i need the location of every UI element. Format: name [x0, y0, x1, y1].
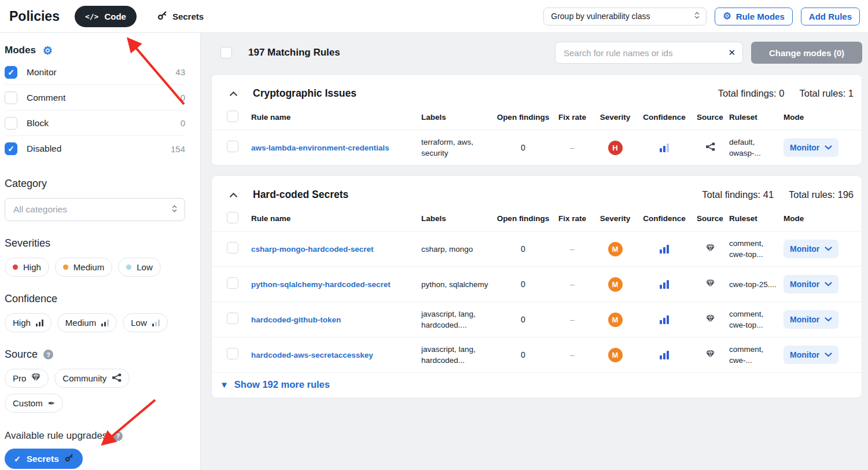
total-findings: Total findings: 0 — [718, 88, 785, 99]
rules-toolbar: 197 Matching Rules ✕ Change modes (0) — [211, 41, 862, 64]
tab-secrets[interactable]: Secrets — [154, 10, 207, 23]
total-findings: Total findings: 41 — [702, 189, 774, 200]
col-severity: Severity — [593, 113, 638, 122]
change-modes-button[interactable]: Change modes (0) — [751, 42, 862, 64]
secrets-upgrade-button[interactable]: ✓ Secrets — [5, 449, 83, 469]
row-checkbox[interactable] — [227, 348, 238, 359]
source-chip-pro[interactable]: Pro — [5, 369, 49, 388]
row-checkbox[interactable] — [227, 313, 238, 324]
rule-labels: javascript, lang, hardcoded... — [421, 344, 494, 366]
source-chip-community[interactable]: Community — [54, 369, 130, 388]
help-icon[interactable]: ? — [113, 431, 123, 441]
network-icon — [112, 373, 122, 384]
mode-dropdown[interactable]: Monitor — [784, 275, 838, 293]
block-checkbox[interactable]: ✓ — [5, 117, 17, 130]
rule-name-link[interactable]: aws-lambda-environment-credentials — [251, 144, 421, 152]
rule-search-box: ✕ — [555, 42, 743, 64]
rule-name-link[interactable]: csharp-mongo-hardcoded-secret — [251, 245, 421, 254]
source-chip-custom-label: Custom — [13, 398, 43, 408]
modes-gear-icon[interactable]: ⚙ — [43, 45, 53, 56]
ruleset-value: cwe-top-25.... — [729, 279, 784, 290]
group-header: Cryptographic Issues Total findings: 0 T… — [212, 75, 862, 104]
col-ruleset: Ruleset — [729, 113, 784, 122]
table-row: aws-lambda-environment-credentials terra… — [212, 130, 862, 165]
open-findings-value: 0 — [494, 244, 552, 254]
open-findings-value: 0 — [494, 315, 552, 324]
row-checkbox[interactable] — [227, 141, 238, 152]
table-row: hardcoded-aws-secretaccesskey javascript… — [212, 337, 862, 372]
severity-chip-medium[interactable]: Medium — [55, 258, 112, 277]
rule-name-link[interactable]: hardcoded-aws-secretaccesskey — [251, 351, 421, 359]
disabled-label: Disabled — [27, 144, 61, 154]
rule-modes-button[interactable]: ⚙ Rule Modes — [715, 8, 793, 25]
group-select-checkbox[interactable] — [227, 212, 238, 223]
mode-dropdown[interactable]: Monitor — [784, 346, 838, 364]
source-icon — [706, 279, 715, 289]
mode-filter-comment[interactable]: ✓ Comment 0 — [5, 85, 185, 111]
total-rules: Total rules: 196 — [789, 189, 854, 200]
mode-value: Monitor — [790, 350, 819, 359]
severity-badge: M — [608, 242, 623, 256]
mode-filter-block[interactable]: ✓ Block 0 — [5, 111, 185, 136]
rule-labels: python, sqlalchemy — [421, 279, 494, 290]
mode-filter-disabled[interactable]: ✓ Disabled 154 — [5, 136, 185, 161]
col-ruleset: Ruleset — [729, 214, 784, 223]
chevron-down-icon — [825, 145, 832, 150]
ruleset-value: comment, cwe-top... — [729, 238, 784, 260]
row-checkbox[interactable] — [227, 242, 238, 254]
category-section-title: Category — [5, 178, 185, 190]
mode-filter-monitor[interactable]: ✓ Monitor 43 — [5, 60, 185, 85]
confidence-chip-low[interactable]: Low — [123, 313, 168, 332]
mode-value: Monitor — [790, 244, 819, 254]
mode-dropdown[interactable]: Monitor — [784, 310, 838, 329]
add-rules-button[interactable]: Add Rules — [801, 8, 860, 25]
help-icon[interactable]: ? — [43, 350, 53, 359]
source-chip-custom[interactable]: Custom ✒ — [5, 394, 63, 413]
rule-name-link[interactable]: python-sqlalchemy-hardcoded-secret — [251, 280, 421, 289]
confidence-chip-medium-label: Medium — [65, 318, 96, 328]
group-select-checkbox[interactable] — [227, 111, 238, 122]
confidence-bars-icon — [660, 280, 669, 289]
confidence-chips: High Medium Low — [5, 313, 185, 332]
high-severity-dot-icon — [13, 265, 18, 270]
severity-chip-low[interactable]: Low — [118, 258, 161, 277]
table-row: csharp-mongo-hardcoded-secret csharp, mo… — [212, 231, 862, 266]
gem-icon — [706, 314, 715, 325]
mode-dropdown[interactable]: Monitor — [784, 240, 838, 258]
severity-badge: H — [608, 141, 623, 155]
show-more-rules-link[interactable]: ▼ Show 192 more rules — [212, 372, 862, 398]
comment-checkbox[interactable]: ✓ — [5, 91, 17, 104]
row-checkbox[interactable] — [227, 277, 238, 289]
chevron-down-icon — [825, 352, 832, 357]
fix-rate-value: – — [552, 315, 593, 324]
category-select[interactable]: All categories — [5, 198, 185, 221]
monitor-checkbox[interactable]: ✓ — [5, 66, 17, 79]
select-stepper-icon — [694, 10, 700, 22]
tab-code[interactable]: </> Code — [75, 6, 137, 27]
rule-labels: javascript, lang, hardcoded.... — [421, 309, 494, 331]
clear-search-icon[interactable]: ✕ — [723, 47, 735, 58]
fix-rate-value: – — [552, 143, 593, 152]
collapse-chevron-up-icon[interactable] — [229, 192, 238, 198]
check-icon: ✓ — [8, 68, 14, 77]
mode-dropdown[interactable]: Monitor — [784, 138, 838, 157]
col-confidence: Confidence — [638, 214, 691, 223]
group-totals: Total findings: 0 Total rules: 1 — [718, 88, 854, 99]
severity-badge: M — [608, 277, 623, 292]
severities-section-title: Severities — [5, 237, 185, 249]
disabled-checkbox[interactable]: ✓ — [5, 142, 17, 155]
confidence-chip-high[interactable]: High — [5, 313, 52, 332]
rule-name-link[interactable]: hardcoded-github-token — [251, 315, 421, 324]
source-chips: Pro Community Custom ✒ — [5, 369, 185, 413]
collapse-chevron-up-icon[interactable] — [229, 91, 238, 97]
rule-search-input[interactable] — [562, 47, 723, 58]
group-by-select[interactable]: Group by vulnerability class — [543, 8, 707, 25]
fix-rate-value: – — [552, 350, 593, 359]
severity-chip-high[interactable]: High — [5, 258, 49, 277]
confidence-chip-medium[interactable]: Medium — [57, 313, 117, 332]
block-count: 0 — [181, 118, 185, 128]
gem-icon — [706, 350, 715, 360]
select-all-checkbox[interactable] — [220, 47, 232, 58]
chevron-down-icon — [825, 282, 832, 287]
source-icon — [706, 244, 715, 254]
